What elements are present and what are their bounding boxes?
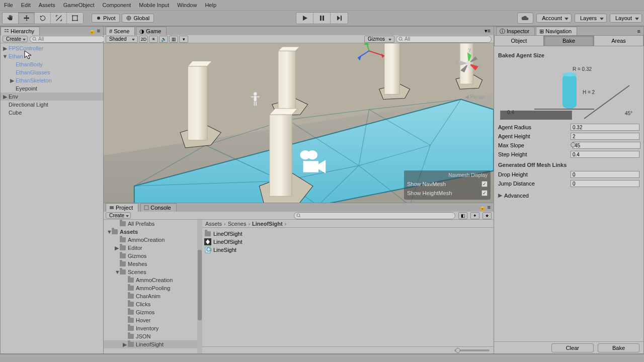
persp-label[interactable]: ◀ Persp xyxy=(465,94,485,100)
menu-assets[interactable]: Assets xyxy=(37,2,61,8)
hierarchy-search[interactable] xyxy=(30,36,105,43)
folder-item[interactable]: Gizmos xyxy=(104,252,202,260)
folder-item[interactable]: Hover xyxy=(104,316,202,324)
gizmos-dropdown[interactable]: Gizmos xyxy=(364,36,394,43)
folder-item[interactable]: CharAnim xyxy=(104,292,202,300)
folder-item[interactable]: Clicks xyxy=(104,300,202,308)
hierarchy-item[interactable]: ▶FPSController xyxy=(1,44,103,52)
jump-distance-input[interactable] xyxy=(571,180,639,187)
folder-item[interactable]: Meshes xyxy=(104,260,202,268)
orientation-gizmo[interactable]: x y z xyxy=(453,48,484,78)
menu-help[interactable]: Help xyxy=(203,2,222,8)
menu-edit[interactable]: Edit xyxy=(19,2,37,8)
folders-scrollbar[interactable] xyxy=(197,220,202,353)
breadcrumb-scenes[interactable]: Scenes xyxy=(228,221,247,227)
hierarchy-item[interactable]: EthanGlasses xyxy=(1,68,103,76)
hierarchy-item[interactable]: Directional Light xyxy=(1,101,103,109)
asset-size-slider[interactable] xyxy=(202,346,494,353)
folder-item[interactable]: Inventory xyxy=(104,324,202,332)
asset-item[interactable]: LineOfSight xyxy=(204,238,492,246)
scene-search[interactable] xyxy=(396,36,492,43)
project-folders[interactable]: All Prefabs▼AssetsAmmoCreation▶EditorGiz… xyxy=(104,220,202,353)
menu-window[interactable]: Window xyxy=(175,2,203,8)
project-filter-1[interactable]: ◧ xyxy=(458,212,467,219)
scene-tab-menu[interactable]: ▾≡ xyxy=(485,28,494,34)
folder-item[interactable]: All Prefabs xyxy=(104,220,202,228)
hierarchy-create-button[interactable]: Create xyxy=(3,36,28,42)
account-dropdown[interactable]: Account xyxy=(536,14,572,23)
cloud-button[interactable] xyxy=(517,13,533,24)
step-height-input[interactable] xyxy=(571,151,639,158)
scene-viewport[interactable]: x y z ◀ Persp Navmesh Display Show NavMe… xyxy=(104,43,494,203)
audio-toggle[interactable]: 🔊 xyxy=(159,36,168,43)
shading-mode-dropdown[interactable]: Shaded xyxy=(106,36,138,43)
subtab-areas[interactable]: Areas xyxy=(594,35,643,46)
asset-item[interactable]: LineOfSight xyxy=(204,230,492,238)
folder-item[interactable]: ▶Editor xyxy=(104,244,202,252)
game-tab[interactable]: ◑Game xyxy=(136,27,167,35)
hierarchy-item[interactable]: ▶Env xyxy=(1,93,103,101)
subtab-object[interactable]: Object xyxy=(494,35,544,46)
scene-search-input[interactable] xyxy=(405,36,489,42)
asset-list[interactable]: LineOfSightLineOfSightC#LineSight xyxy=(202,228,494,346)
project-create-button[interactable]: Create xyxy=(106,212,131,219)
breadcrumb-assets[interactable]: Assets xyxy=(205,221,222,227)
subtab-bake[interactable]: Bake xyxy=(544,35,594,46)
move-tool[interactable] xyxy=(19,13,35,24)
hierarchy-item[interactable]: EthanBody xyxy=(1,60,103,68)
folder-item[interactable]: ▼Assets xyxy=(104,228,202,236)
global-toggle[interactable]: Global xyxy=(122,14,154,23)
rotate-tool[interactable] xyxy=(35,13,51,24)
2d-toggle[interactable]: 2D xyxy=(139,36,148,43)
scene-tab[interactable]: #Scene xyxy=(106,27,135,35)
hierarchy-item[interactable]: Cube xyxy=(1,109,103,117)
folder-item[interactable]: AmmoCreation xyxy=(104,236,202,244)
max-slope-input[interactable] xyxy=(573,142,640,149)
agent-radius-input[interactable] xyxy=(571,124,639,131)
breadcrumb-current[interactable]: LineofSight xyxy=(252,221,283,227)
lighting-toggle[interactable]: ☀ xyxy=(149,36,158,43)
folder-item[interactable]: JSON xyxy=(104,332,202,340)
menu-component[interactable]: Component xyxy=(100,2,137,8)
hierarchy-tree[interactable]: ▶FPSController▼EthanEthanBodyEthanGlasse… xyxy=(1,43,103,353)
menu-mobileinput[interactable]: Mobile Input xyxy=(137,2,175,8)
right-tab-menu[interactable]: ≡ xyxy=(637,28,643,34)
pause-button[interactable] xyxy=(313,13,331,24)
scale-tool[interactable] xyxy=(51,13,67,24)
layers-dropdown[interactable]: Layers xyxy=(575,14,607,23)
navigation-tab[interactable]: ⊞Navigation xyxy=(536,27,577,35)
show-heightmesh-checkbox[interactable]: ✓ xyxy=(481,190,488,196)
folder-item[interactable]: AmmoPooling xyxy=(104,284,202,292)
folder-item[interactable]: AmmoCreation xyxy=(104,276,202,284)
agent-height-input[interactable] xyxy=(571,133,639,140)
folder-item[interactable]: ▼Scenes xyxy=(104,268,202,276)
console-tab[interactable]: Console xyxy=(140,203,176,212)
project-search[interactable] xyxy=(294,212,456,219)
fx-dropdown[interactable]: ▾ xyxy=(179,36,188,43)
rect-tool[interactable] xyxy=(67,13,83,24)
project-tab[interactable]: Project xyxy=(106,203,138,212)
inspector-tab[interactable]: ⓘInspector xyxy=(496,27,535,35)
hierarchy-item[interactable]: ▼Ethan xyxy=(1,52,103,60)
hierarchy-item[interactable]: Eyepoint xyxy=(1,84,103,93)
advanced-toggle[interactable]: ▶Advanced xyxy=(498,192,639,199)
asset-item[interactable]: C#LineSight xyxy=(204,246,492,254)
hierarchy-tab[interactable]: Hierarchy xyxy=(1,27,40,35)
step-button[interactable] xyxy=(331,13,348,24)
project-search-input[interactable] xyxy=(302,213,453,218)
project-breadcrumb[interactable]: Assets› Scenes› LineofSight› xyxy=(202,220,494,228)
fx-toggle[interactable]: ▥ xyxy=(169,36,178,43)
show-navmesh-checkbox[interactable]: ✓ xyxy=(481,181,488,187)
menu-file[interactable]: File xyxy=(2,2,19,8)
bake-button[interactable]: Bake xyxy=(598,343,639,352)
hierarchy-lock-icon[interactable]: 🔒 ≡ xyxy=(89,28,103,34)
layout-dropdown[interactable]: Layout xyxy=(610,14,642,23)
hierarchy-item[interactable]: ▶EthanSkeleton xyxy=(1,76,103,84)
menu-gameobject[interactable]: GameObject xyxy=(61,2,101,8)
pivot-toggle[interactable]: Pivot xyxy=(92,14,120,23)
clear-button[interactable]: Clear xyxy=(551,343,594,352)
play-button[interactable] xyxy=(296,13,313,24)
project-filter-2[interactable]: ✦ xyxy=(470,212,479,219)
drop-height-input[interactable] xyxy=(571,171,639,178)
project-tab-menu[interactable]: 🔒 ≡ xyxy=(479,204,494,211)
